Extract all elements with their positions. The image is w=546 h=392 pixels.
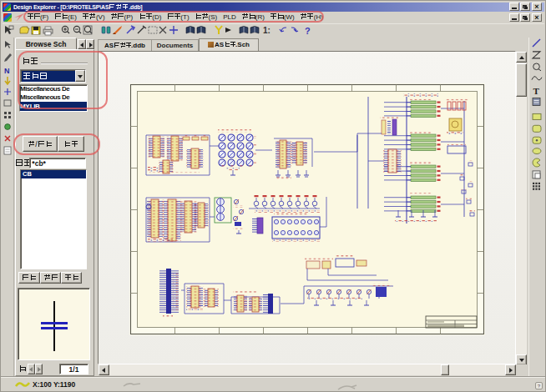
svg-text:1:: 1:	[263, 26, 270, 35]
svg-text:?: ?	[305, 26, 311, 36]
svg-text:N: N	[4, 67, 10, 75]
svg-text:T: T	[533, 86, 540, 96]
